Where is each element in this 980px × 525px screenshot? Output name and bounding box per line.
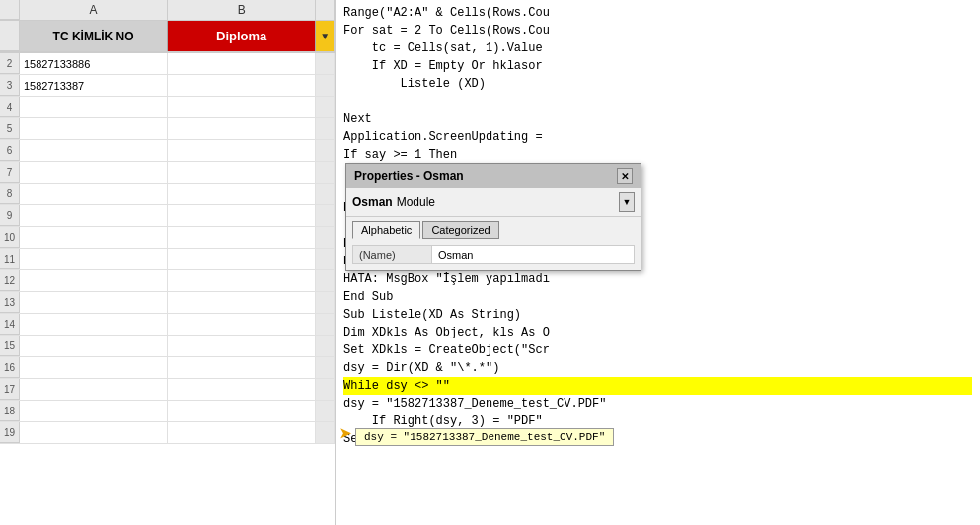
table-row: 4 bbox=[0, 97, 335, 118]
cell-extra bbox=[316, 270, 335, 291]
cell-extra bbox=[316, 162, 335, 183]
cell-extra bbox=[316, 118, 335, 139]
code-line: While dsy <> "" bbox=[343, 377, 972, 395]
code-line: Set XDkls = CreateObject("Scr bbox=[343, 341, 972, 359]
properties-object-name: Osman bbox=[352, 195, 393, 209]
cell-diploma[interactable] bbox=[168, 227, 316, 248]
code-line: If say >= 1 Then bbox=[343, 146, 972, 164]
tab-categorized[interactable]: Categorized bbox=[422, 221, 498, 239]
table-row: 7 bbox=[0, 162, 335, 184]
table-row: 5 bbox=[0, 118, 335, 140]
row-number: 3 bbox=[0, 75, 20, 96]
cell-extra bbox=[316, 336, 335, 356]
code-line: For sat = 2 To Cells(Rows.Cou bbox=[343, 22, 972, 39]
table-row: 13 bbox=[0, 292, 335, 314]
code-line: Listele (XD) bbox=[343, 75, 972, 93]
cell-diploma[interactable] bbox=[168, 162, 316, 183]
cell-extra bbox=[316, 97, 335, 117]
code-line: Sub Listele(XD As String) bbox=[343, 306, 972, 324]
tc-kimlik-header: TC KİMLİK NO bbox=[20, 21, 168, 51]
code-line: Dim XDkls As Object, kls As O bbox=[343, 324, 972, 341]
cell-diploma[interactable] bbox=[168, 53, 316, 74]
code-line: If XD = Empty Or hklasor bbox=[343, 57, 972, 75]
cell-diploma[interactable] bbox=[168, 118, 316, 139]
cell-tc-kimlik[interactable] bbox=[20, 162, 168, 183]
table-row: 15 bbox=[0, 336, 335, 357]
row-number: 8 bbox=[0, 184, 20, 204]
cell-tc-kimlik[interactable] bbox=[20, 97, 168, 117]
cell-tc-kimlik[interactable] bbox=[20, 314, 168, 335]
row-number: 2 bbox=[0, 53, 20, 74]
cell-tc-kimlik[interactable] bbox=[20, 227, 168, 248]
cell-extra bbox=[316, 205, 335, 226]
cell-diploma[interactable] bbox=[168, 205, 316, 226]
cell-diploma[interactable] bbox=[168, 270, 316, 291]
col-a-header: A bbox=[20, 0, 168, 20]
cell-diploma[interactable] bbox=[168, 314, 316, 335]
cell-diploma[interactable] bbox=[168, 184, 316, 204]
cell-diploma[interactable] bbox=[168, 422, 316, 443]
dropdown-arrow-cell[interactable]: ▼ bbox=[316, 21, 335, 51]
code-line: Application.ScreenUpdating = bbox=[343, 128, 972, 146]
cell-tc-kimlik[interactable] bbox=[20, 184, 168, 204]
cell-diploma[interactable] bbox=[168, 140, 316, 161]
properties-title-bar: Properties - Osman ✕ bbox=[346, 164, 641, 188]
cell-extra bbox=[316, 140, 335, 161]
properties-close-button[interactable]: ✕ bbox=[617, 168, 633, 184]
table-row: 11 bbox=[0, 249, 335, 270]
properties-tabs: Alphabetic Categorized bbox=[346, 217, 641, 239]
code-line: Next bbox=[343, 111, 972, 128]
code-line: dsy = "1582713387_Deneme_test_CV.PDF" bbox=[343, 395, 972, 412]
cell-extra bbox=[316, 401, 335, 421]
cell-tc-kimlik[interactable] bbox=[20, 379, 168, 400]
properties-name-row: (Name) Osman bbox=[352, 245, 635, 264]
excel-panel: A B TC KİMLİK NO Diploma ▼ 2158271338863… bbox=[0, 0, 336, 525]
row-number: 17 bbox=[0, 379, 20, 400]
cell-diploma[interactable] bbox=[168, 97, 316, 117]
cell-tc-kimlik[interactable] bbox=[20, 357, 168, 378]
title-row: TC KİMLİK NO Diploma ▼ bbox=[0, 21, 335, 53]
cell-tc-kimlik[interactable] bbox=[20, 270, 168, 291]
col-c-header bbox=[316, 0, 335, 20]
cell-tc-kimlik[interactable] bbox=[20, 249, 168, 269]
cell-tc-kimlik[interactable] bbox=[20, 292, 168, 313]
cell-diploma[interactable] bbox=[168, 249, 316, 269]
row-number: 19 bbox=[0, 422, 20, 443]
properties-name-value[interactable]: Osman bbox=[432, 246, 634, 263]
table-row: 31582713387 bbox=[0, 75, 335, 97]
cell-diploma[interactable] bbox=[168, 379, 316, 400]
properties-object-type: Module bbox=[397, 195, 619, 209]
table-row: 19 bbox=[0, 422, 335, 444]
cell-extra bbox=[316, 379, 335, 400]
cell-extra bbox=[316, 249, 335, 269]
cell-tc-kimlik[interactable] bbox=[20, 422, 168, 443]
cell-diploma[interactable] bbox=[168, 357, 316, 378]
cell-diploma[interactable] bbox=[168, 336, 316, 356]
table-row: 6 bbox=[0, 140, 335, 162]
cell-tc-kimlik[interactable] bbox=[20, 205, 168, 226]
table-row: 17 bbox=[0, 379, 335, 401]
row-number: 10 bbox=[0, 227, 20, 248]
cell-tc-kimlik[interactable]: 1582713387 bbox=[20, 75, 168, 96]
properties-object-dropdown[interactable]: ▼ bbox=[619, 192, 635, 212]
table-row: 16 bbox=[0, 357, 335, 379]
cell-diploma[interactable] bbox=[168, 75, 316, 96]
code-line bbox=[343, 93, 972, 111]
cell-tc-kimlik[interactable] bbox=[20, 118, 168, 139]
title-row-header bbox=[0, 21, 20, 51]
row-number: 6 bbox=[0, 140, 20, 161]
cell-tc-kimlik[interactable] bbox=[20, 401, 168, 421]
cell-extra bbox=[316, 422, 335, 443]
cell-diploma[interactable] bbox=[168, 292, 316, 313]
tab-alphabetic[interactable]: Alphabetic bbox=[352, 221, 420, 239]
cell-tc-kimlik[interactable]: 15827133886 bbox=[20, 53, 168, 74]
cell-tc-kimlik[interactable] bbox=[20, 140, 168, 161]
table-row: 8 bbox=[0, 184, 335, 205]
cell-extra bbox=[316, 292, 335, 313]
cell-tc-kimlik[interactable] bbox=[20, 336, 168, 356]
excel-data-rows: 2158271338863158271338745678910111213141… bbox=[0, 53, 335, 525]
cell-diploma[interactable] bbox=[168, 401, 316, 421]
tooltip-box: dsy = "1582713387_Deneme_test_CV.PDF" bbox=[355, 428, 614, 446]
code-line: Range("A2:A" & Cells(Rows.Cou bbox=[343, 4, 972, 22]
table-row: 14 bbox=[0, 314, 335, 336]
